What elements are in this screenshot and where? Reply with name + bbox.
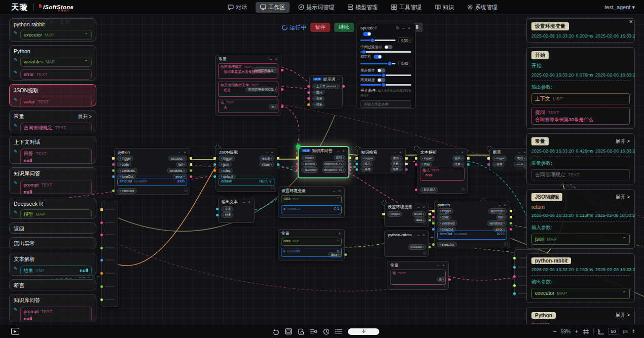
node-field-data[interactable]: dataMAP⌃	[281, 238, 342, 246]
node-field-a[interactable]: aNUMBER0.1	[281, 205, 342, 214]
node-title-bar[interactable]: 设置环境变量– ×	[278, 187, 344, 194]
slider[interactable]	[361, 84, 411, 86]
node-title-bar[interactable]: 常量– ×	[216, 55, 281, 62]
palette-field[interactable]: valueTEXT	[20, 97, 92, 106]
node-controls[interactable]: – ×	[415, 205, 426, 209]
palette-card-1[interactable]: python-rabbit✎executorMAP⌃	[9, 18, 96, 42]
slider[interactable]	[361, 63, 396, 64]
port-返回[interactable]: 返回 ›	[334, 155, 346, 161]
port-失败[interactable]: 失败 ›	[390, 161, 403, 167]
port-默认输入[interactable]: › 默认输入	[420, 187, 438, 193]
port-trigger[interactable]: › trigger	[117, 156, 133, 161]
node-controls[interactable]: – ×	[392, 150, 403, 155]
port-条件[interactable]: › 条件	[361, 167, 373, 172]
node-text-out[interactable]: 输出文本– ×› 文本› 结果	[218, 198, 255, 223]
node-title-bar[interactable]: 知识检索– ×	[358, 148, 405, 155]
palette-card-9[interactable]: 流出异常	[9, 237, 96, 249]
node-controls[interactable]: – ×	[176, 150, 187, 155]
port-context[interactable]: › context	[301, 161, 317, 167]
port-success[interactable]: success ›	[168, 156, 187, 161]
node-title-bar[interactable]: python-rabbit– ×	[385, 231, 428, 238]
port-返回[interactable]: 返回 ›	[452, 156, 464, 161]
port-条件[interactable]: › 条件	[492, 162, 505, 167]
node-title-bar[interactable]: 断言– ×	[490, 148, 529, 155]
node-field-timeOut[interactable]: timeOutNUMBER5223	[437, 231, 507, 240]
port-trigger[interactable]: › trigger	[437, 208, 453, 214]
port-dot[interactable]	[513, 266, 516, 269]
palette-field[interactable]: 结果ANYnull	[20, 266, 92, 276]
edit-pencil-icon[interactable]: ✎	[14, 180, 18, 186]
param-field-上下文[interactable]: 上下文LIST	[531, 93, 630, 104]
port-fail[interactable]: fail ›	[176, 162, 187, 167]
port-成功[interactable]: 成功 ›	[390, 156, 403, 161]
node-field-x[interactable]: xNUMBERb	[281, 248, 342, 257]
palette-field[interactable]: promptTEXTnull	[20, 180, 92, 194]
palette-card-4[interactable]: 常量展开 >✎合同管理规定TEXT	[9, 110, 96, 132]
node-controls[interactable]: – ×	[454, 150, 464, 155]
console-toggle-icon[interactable]: ▶	[11, 328, 19, 335]
node-const-top[interactable]: 常量– ×合同管理规定 ›查询管理条例XXL ›w ›合同管理规定TEXT深圳市…	[215, 55, 281, 116]
port-结果[interactable]: 结果 ›	[390, 167, 403, 172]
port-dot[interactable]	[513, 284, 516, 287]
node-env-set-a[interactable]: 设置环境变量– ×dataMAP⌃aNUMBER0.1ⓘ	[278, 186, 345, 218]
palette-field[interactable]: executorMAP⌃	[20, 30, 92, 40]
param-field-executor[interactable]: executorMAP⌃	[531, 288, 630, 299]
zoom-out-button[interactable]: −	[553, 328, 556, 335]
node-python-rabbit-node[interactable]: python-rabbit– ×executor ›ⓘ	[384, 231, 429, 257]
slider[interactable]	[361, 74, 411, 76]
port-trigger[interactable]: › trigger	[387, 211, 402, 217]
node-controls[interactable]: – ×	[435, 263, 446, 268]
port-dot[interactable]	[100, 247, 103, 249]
palette-card-3[interactable]: JSON提取✎valueTEXT	[9, 84, 96, 106]
toggle-switch[interactable]	[377, 78, 385, 82]
node-field-default[interactable]: defaultNULL ∨	[219, 178, 274, 186]
edit-pencil-icon[interactable]: ✎	[14, 209, 18, 215]
edit-pencil-icon[interactable]: ✎	[14, 148, 18, 155]
node-controls[interactable]: – ×	[241, 200, 252, 204]
nav-item-3[interactable]: A提示词管理	[294, 2, 339, 13]
node-field-data[interactable]: dataMAP⌃	[281, 195, 342, 203]
zoom-in-button[interactable]: +	[575, 328, 579, 335]
edit-pencil-icon[interactable]: ✎	[14, 97, 18, 103]
port-code[interactable]: › code	[117, 162, 131, 167]
palette-field[interactable]: promptTEXTnull	[20, 307, 92, 322]
port-文本[interactable]: › 文本	[221, 206, 233, 212]
port-变量[interactable]: › 变量	[312, 96, 325, 101]
port-question[interactable]: › question	[301, 167, 318, 173]
grid-size-input[interactable]: 50	[608, 328, 619, 335]
node-const-c[interactable]: 常量– ×值 ›值TEXT ⓘ	[387, 261, 449, 290]
port-prompt[interactable]: prompt ›	[325, 84, 340, 89]
edit-pencil-icon[interactable]: ✎	[14, 57, 18, 63]
nav-item-7[interactable]: 系统管理	[462, 2, 502, 13]
stop-condition-input[interactable]: 请输入停止条件	[361, 100, 411, 108]
palette-card-12[interactable]: 知识库问答✎promptTEXTnull	[9, 294, 96, 322]
palette-card-6[interactable]: 知识库问答✎promptTEXTnull	[9, 167, 96, 194]
port-executor[interactable]: › executor	[117, 188, 137, 194]
port-dot[interactable]	[100, 272, 103, 275]
node-field-值[interactable]: 值TEXT	[390, 270, 446, 285]
node-field-timeOut[interactable]: timeOutNUMBER3000	[117, 178, 187, 186]
edit-pencil-icon[interactable]: ✎	[14, 30, 18, 36]
grid-toggle-icon[interactable]	[583, 328, 589, 335]
node-assert[interactable]: 断言– ×› trigger› 条件成功 ›result ›ⓘ	[489, 148, 530, 171]
port-rules[interactable]: › rules	[219, 168, 233, 173]
port-result[interactable]: result ›	[259, 156, 274, 161]
port-executor[interactable]: executor ›	[408, 244, 426, 250]
node-title-bar[interactable]: v1.0知识库问答– ×	[299, 147, 348, 154]
port-trigger[interactable]: › trigger	[420, 156, 435, 161]
port-value[interactable]: value ›	[259, 162, 274, 167]
grid-size-stepper[interactable]: ▲▼	[632, 329, 635, 334]
port-dot[interactable]	[100, 208, 103, 211]
palette-card-7[interactable]: Deepseek R✎模型MAP	[9, 198, 96, 219]
palette-field[interactable]: 合同管理规定TEXT	[20, 123, 92, 132]
node-python-main[interactable]: python– ×› trigger› code› variables› tim…	[114, 148, 190, 195]
node-prompt-mini[interactable]: v1.0提示词– ×› 上下文› 提问› 变量› 模板prompt ›	[309, 75, 343, 108]
param-field-json[interactable]: jsonMAP⌃	[531, 234, 630, 245]
node-collapsed-left[interactable]	[101, 201, 118, 307]
node-title-bar[interactable]: python– ×	[115, 148, 190, 155]
history-icon[interactable]	[323, 328, 330, 335]
node-title-bar[interactable]: 设置环境变量– ×	[385, 203, 428, 210]
port-dot[interactable]	[100, 221, 103, 224]
palette-card-5[interactable]: 上下文对话✎回答TEXTnull	[9, 136, 96, 164]
palette-card-8[interactable]: 返回	[9, 222, 96, 234]
